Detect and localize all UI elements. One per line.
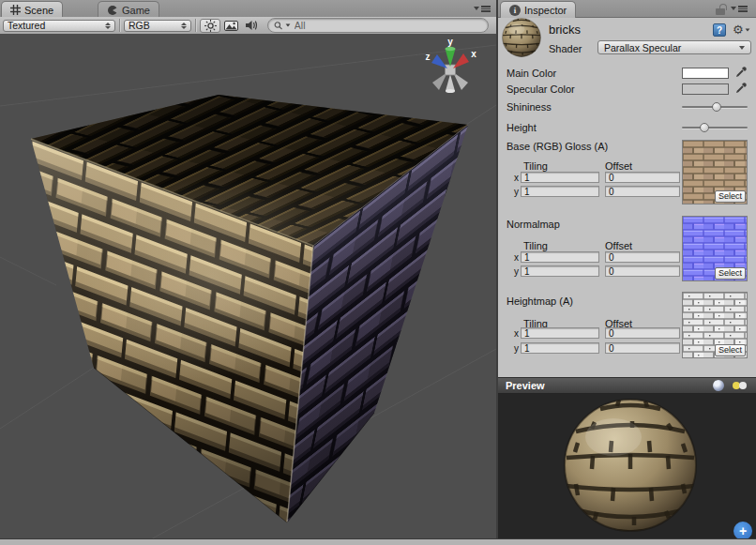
tab-inspector[interactable]: i Inspector [500,1,576,18]
normal-offset-x-field[interactable] [605,251,680,263]
search-input[interactable] [293,19,482,32]
material-thumbnail-sphere[interactable] [502,18,541,57]
preview-sphere-button[interactable] [713,380,724,391]
tab-game[interactable]: Game [98,1,159,18]
normal-tiling-x-field[interactable] [521,251,599,263]
tiling-header: Tiling [523,240,548,251]
texture-base-label: Base (RGB) Gloss (A) [507,141,608,152]
specular-color-label: Specular Color [507,83,575,95]
lock-icon [716,4,726,15]
heightmap-offset-x-field[interactable] [605,327,680,339]
hamburger-icon [481,6,491,12]
inspector-tabstrip: i Inspector [498,0,756,18]
gizmo-axis-gray[interactable] [446,74,455,91]
gizmo-axis-z[interactable] [431,54,447,68]
shininess-label: Shininess [507,101,552,113]
tab-scene[interactable]: Scene [1,1,63,18]
texture-height-thumbnail[interactable]: Select [682,292,748,358]
slider-knob[interactable] [700,123,709,132]
material-name: bricks [549,23,581,37]
offset-header: Offset [605,240,632,251]
scene-viewport[interactable]: y x z [0,34,496,545]
base-offset-x-field[interactable] [605,172,680,183]
gizmo-label-y: y [447,37,453,47]
toolbar-separator [195,19,196,32]
game-icon [107,5,118,16]
normal-tiling-y-field[interactable] [521,265,599,277]
eyedropper-icon[interactable] [734,82,748,95]
tiling-header: Tiling [523,160,548,172]
shader-value: Parallax Specular [604,42,681,53]
row-x-label: x [514,328,519,339]
color-channels-dropdown[interactable]: RGB [124,20,191,32]
hamburger-icon [738,6,748,12]
inspector-lock-button[interactable] [716,4,726,15]
chevron-down-icon [731,7,736,10]
specular-color-swatch[interactable] [682,83,729,95]
gizmo-label-x: x [471,49,476,59]
inspector-panel: i Inspector bricks Shader Parallax Specu… [498,0,756,545]
row-x-label: x [514,252,519,263]
main-color-swatch[interactable] [682,68,729,79]
gizmo-axis-x[interactable] [453,53,469,68]
gizmo-axis-y[interactable] [446,49,456,67]
scene-panel-menu[interactable] [474,6,491,12]
color-channels-value: RGB [129,20,150,31]
scene-lighting-toggle[interactable] [200,19,220,33]
row-y-label: y [514,187,519,197]
scene-effects-toggle[interactable] [220,19,241,33]
window-bottom-edge [0,538,756,545]
brick-cube[interactable] [31,95,468,522]
texture-height-label: Heightmap (A) [507,295,573,307]
updown-arrows-icon [105,23,111,29]
help-icon[interactable]: ? [713,23,726,37]
base-offset-y-field[interactable] [605,186,680,197]
texture-normal-label: Normalmap [507,219,560,230]
render-mode-value: Textured [8,20,45,31]
inspector-panel-menu[interactable] [731,6,748,12]
gear-icon[interactable]: ⚙ [733,23,750,36]
texture-base-thumbnail[interactable]: Select [682,140,748,204]
select-texture-button[interactable]: Select [715,267,746,280]
row-x-label: x [514,173,519,183]
normal-offset-y-field[interactable] [605,265,680,277]
base-tiling-y-field[interactable] [521,186,599,197]
render-mode-dropdown[interactable]: Textured [3,20,115,32]
tab-inspector-label: Inspector [524,5,567,16]
tab-scene-label: Scene [24,5,53,16]
preview-header[interactable]: Preview [498,377,756,394]
base-tiling-x-field[interactable] [521,172,599,183]
heightmap-tiling-y-field[interactable] [521,342,599,354]
gizmo-label-z: z [426,52,431,62]
updown-arrows-icon [181,23,187,29]
toolbar-separator [119,19,120,32]
scene-grid-icon [10,5,21,15]
preview-add-button[interactable]: + [733,522,752,540]
scene-orientation-gizmo[interactable]: y x z [426,37,477,93]
slider-track[interactable] [682,127,748,129]
eyedropper-icon[interactable] [734,66,748,79]
tab-game-label: Game [122,5,150,16]
scene-audio-toggle[interactable] [241,19,262,33]
scene-3d-view: y x z [0,34,496,545]
scene-search-field[interactable] [267,18,489,33]
texture-normal-thumbnail[interactable]: Select [682,216,748,281]
search-filter-arrow-icon [285,23,290,26]
chevron-down-icon [739,46,745,50]
unity-editor-window: Scene Game Textured RGB [0,0,756,545]
row-y-label: y [514,266,519,277]
height-label: Height [507,122,537,133]
select-texture-button[interactable]: Select [715,190,746,203]
shininess-slider[interactable] [682,101,748,113]
chevron-down-icon [474,7,479,10]
shader-dropdown[interactable]: Parallax Specular [597,40,751,54]
shader-label: Shader [549,43,582,54]
sun-icon [204,20,217,32]
height-slider[interactable] [682,122,748,133]
heightmap-offset-y-field[interactable] [605,342,680,354]
heightmap-tiling-x-field[interactable] [521,327,599,339]
preview-lighting-button[interactable] [732,380,748,391]
slider-knob[interactable] [712,102,721,112]
select-texture-button[interactable]: Select [715,344,746,356]
preview-body[interactable] [498,394,756,538]
